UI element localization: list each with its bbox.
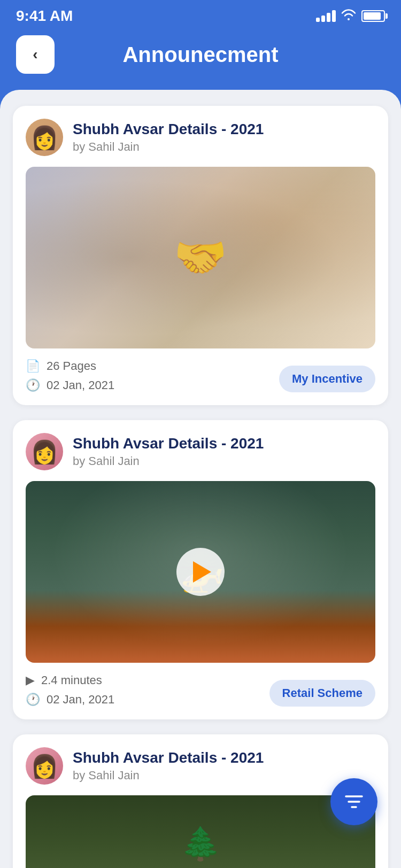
date-value-2: 02 Jan, 2021 bbox=[47, 693, 114, 707]
card-title-3: Shubh Avsar Details - 2021 bbox=[73, 749, 264, 766]
card-meta-2: ▶ 2.4 minutes 🕐 02 Jan, 2021 bbox=[26, 673, 114, 707]
card-header-2: Shubh Avsar Details - 2021 by Sahil Jain bbox=[26, 433, 375, 470]
status-bar: 9:41 AM bbox=[0, 0, 401, 30]
filter-icon bbox=[343, 791, 365, 812]
card-author-2: by Sahil Jain bbox=[73, 454, 264, 468]
announcement-card-2[interactable]: Shubh Avsar Details - 2021 by Sahil Jain… bbox=[13, 420, 388, 719]
meta-date-2: 🕐 02 Jan, 2021 bbox=[26, 693, 114, 707]
card-title-1: Shubh Avsar Details - 2021 bbox=[73, 121, 264, 138]
avatar-1 bbox=[26, 119, 63, 156]
status-time: 9:41 AM bbox=[16, 7, 73, 25]
play-triangle-icon bbox=[193, 561, 211, 583]
main-content: Shubh Avsar Details - 2021 by Sahil Jain… bbox=[0, 90, 401, 868]
announcement-card-1[interactable]: Shubh Avsar Details - 2021 by Sahil Jain… bbox=[13, 106, 388, 405]
meta-pages-1: 📄 26 Pages bbox=[26, 359, 114, 373]
filter-fab[interactable] bbox=[330, 778, 377, 825]
card-image-3: 🌲 bbox=[26, 795, 375, 868]
signal-icon bbox=[316, 10, 336, 22]
video-partial-image: 🌲 bbox=[26, 795, 375, 868]
pages-value-1: 26 Pages bbox=[47, 359, 96, 373]
card-author-3: by Sahil Jain bbox=[73, 769, 264, 782]
card-image-2: 🚁 bbox=[26, 481, 375, 663]
document-icon: 📄 bbox=[26, 359, 40, 373]
avatar-3 bbox=[26, 747, 63, 785]
handshake-icon: 🤝 bbox=[174, 232, 227, 283]
tag-badge-1[interactable]: My Incentive bbox=[279, 366, 375, 392]
card-footer-1: 📄 26 Pages 🕐 02 Jan, 2021 My Incentive bbox=[26, 359, 375, 392]
back-button[interactable]: ‹ bbox=[16, 35, 55, 74]
tag-badge-2[interactable]: Retail Scheme bbox=[269, 680, 375, 707]
meta-duration-2: ▶ 2.4 minutes bbox=[26, 673, 114, 687]
card-header-3: Shubh Avsar Details - 2021 by Sahil Jain bbox=[26, 747, 375, 785]
date-value-1: 02 Jan, 2021 bbox=[47, 378, 114, 392]
page-title: Announecment bbox=[55, 43, 385, 67]
card-header-1: Shubh Avsar Details - 2021 by Sahil Jain bbox=[26, 119, 375, 156]
battery-icon bbox=[361, 10, 385, 22]
play-button[interactable] bbox=[176, 548, 225, 596]
header: ‹ Announecment bbox=[0, 30, 401, 90]
card-image-1: 🤝 bbox=[26, 167, 375, 348]
card-title-2: Shubh Avsar Details - 2021 bbox=[73, 435, 264, 452]
forest-icon: 🌲 bbox=[181, 825, 221, 863]
avatar-2 bbox=[26, 433, 63, 470]
handshake-image: 🤝 bbox=[26, 167, 375, 348]
duration-value-2: 2.4 minutes bbox=[41, 673, 102, 687]
card-footer-2: ▶ 2.4 minutes 🕐 02 Jan, 2021 Retail Sche… bbox=[26, 673, 375, 707]
card-title-group-3: Shubh Avsar Details - 2021 by Sahil Jain bbox=[73, 749, 264, 782]
card-meta-1: 📄 26 Pages 🕐 02 Jan, 2021 bbox=[26, 359, 114, 392]
card-author-1: by Sahil Jain bbox=[73, 140, 264, 154]
meta-date-1: 🕐 02 Jan, 2021 bbox=[26, 378, 114, 392]
wifi-icon bbox=[341, 9, 356, 24]
play-icon-2: ▶ bbox=[26, 673, 35, 687]
status-icons bbox=[316, 9, 385, 24]
clock-icon-1: 🕐 bbox=[26, 378, 40, 392]
card-title-group-1: Shubh Avsar Details - 2021 by Sahil Jain bbox=[73, 121, 264, 154]
back-arrow-icon: ‹ bbox=[33, 46, 37, 63]
clock-icon-2: 🕐 bbox=[26, 693, 40, 707]
card-title-group-2: Shubh Avsar Details - 2021 by Sahil Jain bbox=[73, 435, 264, 468]
